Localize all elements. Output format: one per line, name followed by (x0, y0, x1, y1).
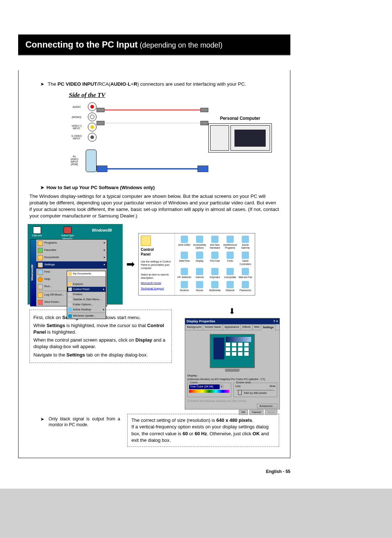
cp-item: HP JetAdmin (177, 268, 192, 280)
video3-port-icon (88, 123, 97, 131)
desktop-icon-win98logo: Windows98 (92, 228, 104, 241)
cp-item: Date/Time (177, 252, 192, 266)
section2-body: The Windows display-settings for a typic… (29, 193, 279, 220)
cancel-button: Cancel (249, 410, 264, 415)
dp-tabs: Background Screen Saver Appearance Effec… (185, 324, 279, 330)
tab-effects: Effects (241, 324, 253, 330)
bullet-arrow-icon: How to Set up Your PC Software (Windows … (40, 184, 155, 191)
resolution-slider-icon (237, 390, 274, 391)
intro-b2: AUDIO (110, 81, 126, 87)
intro-line: The PC VIDEO INPUT/RCA(AUDIO-L+R) connec… (40, 81, 279, 87)
cp-item: Modems (177, 281, 192, 293)
cp-item: Internet (192, 268, 207, 280)
dp-close-icon: ? × (273, 319, 278, 323)
slider-more-label: More (270, 384, 275, 388)
cp-item: Network (223, 281, 237, 293)
intro-post: ) connectors are used for interfacing wi… (137, 81, 246, 87)
dp-screen-legend: Screen area (235, 381, 252, 384)
dp-title: Display Properties (187, 319, 215, 323)
intro-b1: PC VIDEO INPUT (58, 81, 97, 87)
down-arrow-icon: ⬇ (185, 306, 279, 317)
cp-item: Display (192, 252, 207, 266)
dp-colors-legend: Colors (189, 381, 199, 384)
start-item-settings: Settings▸ (36, 261, 107, 269)
advanced-button: Advanced... (257, 404, 277, 408)
sub-activedesktop: Active Desktop▸ (67, 307, 106, 312)
pc-video-label: PC VIDEO INPUT (RGB) (65, 155, 83, 166)
title-rest: (depending on the model) (138, 41, 222, 49)
sub-explorer: Explorer (67, 282, 106, 287)
dp-monitor-preview-icon (210, 334, 255, 368)
tab-appearance: Appearance (222, 324, 241, 330)
content-frame: The PC VIDEO INPUT/RCA(AUDIO-L+R) connec… (18, 70, 290, 458)
dp-display-value: (Unknown Monitor) on ATI Graphics Pro Tu… (187, 378, 277, 381)
start-item-favorites: Favorites▸ (36, 247, 107, 254)
bullet-arrow-icon (40, 81, 46, 87)
svideo-port-icon (88, 133, 97, 142)
cp-item: Add/Remove Programs (223, 236, 237, 250)
audio-r-port-icon (88, 102, 97, 111)
pc-box: Personal Computer (208, 101, 272, 152)
sub-winupdate: Windows Update... (67, 313, 106, 318)
ok-button: OK (239, 410, 248, 415)
vga-port-icon (86, 150, 97, 172)
cp-item: Adobe Gamma (238, 236, 253, 250)
cp-icon-grid: 32bit ODBCAccessibility OptionsAdd New H… (175, 233, 255, 295)
intro-mid1: /RCA( (97, 81, 110, 87)
bullet-arrow-icon (40, 416, 46, 428)
pc-drawing-icon (208, 123, 272, 152)
side-of-tv-label: Side of the TV (0, 91, 279, 99)
cp-item: Mail and Fax (238, 268, 253, 280)
desktop-icon-actiontype: ActionType Manager (61, 227, 74, 241)
dp-screenarea-field: Screen area LessMore 640 by 480 pixels (233, 383, 277, 397)
cp-title: Control Panel (141, 247, 172, 257)
link-ms-home: Microsoft Home (141, 281, 172, 285)
control-panel-screenshot: Control Panel Use the settings in Contro… (138, 233, 255, 296)
start-item-programs: Programs▸ (36, 240, 107, 247)
display-properties-screenshot: Display Properties? × Background Screen … (185, 318, 280, 409)
cp-desc: Use the settings in Control Panel to per… (141, 260, 172, 270)
dp-resolution: 640 by 480 pixels (235, 391, 275, 395)
win98-start-menu-screenshot: Calc.exe ActionType Manager Windows98 Ex… (28, 224, 123, 305)
audio-l-port-icon (88, 113, 97, 121)
pc-software-section: How to Set up Your PC Software (Windows … (29, 184, 279, 447)
apply-button: Apply (265, 410, 277, 415)
resolution-instructions-box: The correct setting of size (resolution)… (127, 414, 279, 447)
dp-display-label: Display: (187, 374, 277, 378)
cp-item: Find Fast (208, 252, 222, 266)
cp-item: Accessibility Options (192, 236, 207, 250)
intro-b4: R (134, 81, 137, 87)
cp-item: Keyboard (208, 268, 222, 280)
right-arrow-icon: ➡ (126, 257, 135, 271)
page-title-bar: Connecting to the PC Input (depending on… (18, 34, 290, 56)
sub-mydocuments: My Documents (67, 271, 106, 277)
tv-side-panel: AUDIO (MONO) VIDEO 3 INPUT S-VIDEO INPUT… (58, 101, 97, 174)
section2-heading: How to Set up Your PC Software (Windows … (46, 185, 155, 190)
cp-item: Game Controllers (238, 252, 253, 266)
cp-item: LiveUpdate (223, 268, 237, 280)
start-item-documents: Documents▸ (36, 254, 107, 261)
start-menu: Windows98 Programs▸ Favorites▸ Documents… (30, 239, 107, 306)
cp-item: Multimedia (208, 281, 222, 293)
cp-item: Mouse (192, 281, 207, 293)
mono-label: (MONO) (68, 116, 86, 118)
settings-submenu: My Documents Explorer Control Panel▸ Pri… (67, 271, 106, 319)
control-panel-folder-icon (141, 236, 151, 246)
sub-printers: Printers (67, 292, 106, 297)
desktop-icon-calc: Calc.exe (31, 227, 43, 241)
slider-less-label: Less (235, 384, 241, 388)
dp-checkbox: ☑ Extend my Windows desktop onto this mo… (187, 399, 277, 403)
audio-label: AUDIO (68, 106, 86, 108)
tab-screensaver: Screen Saver (203, 324, 223, 330)
note-black-signal: Only black signal is output from a monit… (40, 416, 120, 428)
intro-pre: The (48, 81, 58, 87)
tab-web: Web (252, 324, 261, 330)
cp-item: Fonts (223, 252, 237, 266)
cp-item: 32bit ODBC (177, 236, 192, 250)
tab-background: Background (185, 324, 203, 330)
sub-taskbar: Taskbar & Start Menu... (67, 297, 106, 302)
pc-label: Personal Computer (208, 115, 272, 121)
intro-mid3: + (131, 81, 134, 87)
gradient-bar-icon (189, 390, 229, 393)
connection-diagram: AUDIO (MONO) VIDEO 3 INPUT S-VIDEO INPUT… (29, 101, 279, 174)
